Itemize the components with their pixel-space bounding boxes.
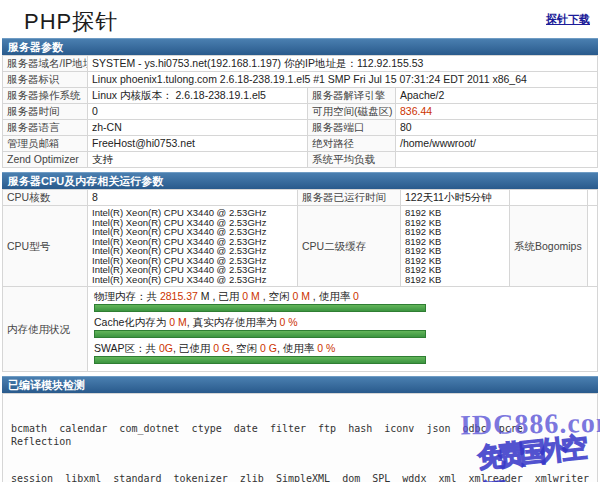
modules-list: bcmath calendar com_dotnet ctype date fi… xyxy=(2,393,598,482)
table-row: 服务器标识 Linux phoenix1.tulong.com 2.6.18-2… xyxy=(3,72,598,88)
field-label: 系统Bogomips xyxy=(510,206,588,287)
table-row: 服务器语言 zh-CN 服务器端口 80 xyxy=(3,120,598,136)
memory-usage-cell: 物理内存：共 2815.37 M , 已用 0 M , 空闲 0 M , 使用率… xyxy=(88,287,598,372)
admin-email-value: FreeHost@hi0753.net xyxy=(88,136,308,152)
field-label: 服务器操作系统 xyxy=(3,88,88,104)
cache-memory-line: Cache化内存为 0 M, 真实内存使用率为 0 % xyxy=(94,316,591,328)
field-value: 支持 xyxy=(88,152,308,168)
field-value: zh-CN xyxy=(88,120,308,136)
field-label: 系统平均负载 xyxy=(308,152,396,168)
table-row: 管理员邮箱 FreeHost@hi0753.net 绝对路径 /home/www… xyxy=(3,136,598,152)
field-label: 管理员邮箱 xyxy=(3,136,88,152)
field-value: 8 xyxy=(88,190,298,206)
field-label: 服务器标识 xyxy=(3,72,88,88)
cpu-model-line: Intel(R) Xeon(R) CPU X3440 @ 2.53GHz xyxy=(92,275,293,285)
field-value: 80 xyxy=(396,120,598,136)
field-label: 可用空间(磁盘区) xyxy=(308,104,396,120)
table-row: 服务器域名/IP地址 SYSTEM - ys.hi0753.net(192.16… xyxy=(3,56,598,72)
section-header-modules: 已编译模块检测 xyxy=(2,376,598,393)
page-title: PHP探针 xyxy=(0,0,600,37)
field-label: Zend Optimizer xyxy=(3,152,88,168)
field-value: Apache/2 xyxy=(396,88,598,104)
l2-cache-line: 8192 KB xyxy=(405,275,505,285)
uptime-value: 122天11小时5分钟 xyxy=(401,190,510,206)
field-value: Linux 内核版本： 2.6.18-238.19.1.el5 xyxy=(88,88,308,104)
physical-memory-progress-bar xyxy=(94,304,426,312)
modules-line: session libxml standard tokenizer zlib S… xyxy=(11,473,589,482)
field-label: 服务器语言 xyxy=(3,120,88,136)
server-params-table: 服务器域名/IP地址 SYSTEM - ys.hi0753.net(192.16… xyxy=(2,55,598,168)
empty-cell xyxy=(588,190,598,206)
top-bar: PHP探针 探针下载 xyxy=(0,0,600,34)
modules-line: bcmath calendar com_dotnet ctype date fi… xyxy=(11,423,589,448)
table-row: 服务器操作系统 Linux 内核版本： 2.6.18-238.19.1.el5 … xyxy=(3,88,598,104)
field-label: 服务器解译引擎 xyxy=(308,88,396,104)
field-label: 服务器时间 xyxy=(3,104,88,120)
empty-cell xyxy=(588,206,598,287)
field-value: /home/wwwroot/ xyxy=(396,136,598,152)
field-label: 服务器域名/IP地址 xyxy=(3,56,88,72)
table-row: 内存使用状况 物理内存：共 2815.37 M , 已用 0 M , 空闲 0 … xyxy=(3,287,598,372)
field-label: 服务器端口 xyxy=(308,120,396,136)
probe-download-link[interactable]: 探针下载 xyxy=(546,12,590,27)
swap-progress-bar xyxy=(94,356,426,364)
table-row: 服务器时间 0 可用空间(磁盘区) 836.44 xyxy=(3,104,598,120)
field-label: CPU核数 xyxy=(3,190,88,206)
table-row: Zend Optimizer 支持 系统平均负载 xyxy=(3,152,598,168)
cpu-memory-table: CPU核数 8 服务器已运行时间 122天11小时5分钟 CPU型号 Intel… xyxy=(2,189,598,372)
field-label: 绝对路径 xyxy=(308,136,396,152)
physical-memory-line: 物理内存：共 2815.37 M , 已用 0 M , 空闲 0 M , 使用率… xyxy=(94,290,591,302)
field-label: 服务器已运行时间 xyxy=(298,190,401,206)
cache-memory-progress-bar xyxy=(94,330,426,338)
table-row: CPU核数 8 服务器已运行时间 122天11小时5分钟 xyxy=(3,190,598,206)
field-value: Linux phoenix1.tulong.com 2.6.18-238.19.… xyxy=(88,72,598,88)
cpu-model-list: Intel(R) Xeon(R) CPU X3440 @ 2.53GHz Int… xyxy=(88,206,298,287)
field-label: 内存使用状况 xyxy=(3,287,88,372)
swap-line: SWAP区：共 0G, 已使用 0 G, 空闲 0 G, 使用率 0 % xyxy=(94,342,591,354)
field-label: CPU型号 xyxy=(3,206,88,287)
field-value xyxy=(396,152,598,168)
disk-free-value: 836.44 xyxy=(396,104,598,120)
field-value: SYSTEM - ys.hi0753.net(192.168.1.197) 你的… xyxy=(88,56,598,72)
section-header-cpu-memory: 服务器CPU及内存相关运行参数 xyxy=(2,172,598,189)
field-label: CPU二级缓存 xyxy=(298,206,401,287)
empty-cell xyxy=(510,190,588,206)
field-value: 0 xyxy=(88,104,308,120)
cpu-l2-cache-list: 8192 KB 8192 KB 8192 KB 8192 KB 8192 KB … xyxy=(401,206,510,287)
section-header-server-params: 服务器参数 xyxy=(2,38,598,55)
table-row: CPU型号 Intel(R) Xeon(R) CPU X3440 @ 2.53G… xyxy=(3,206,598,287)
